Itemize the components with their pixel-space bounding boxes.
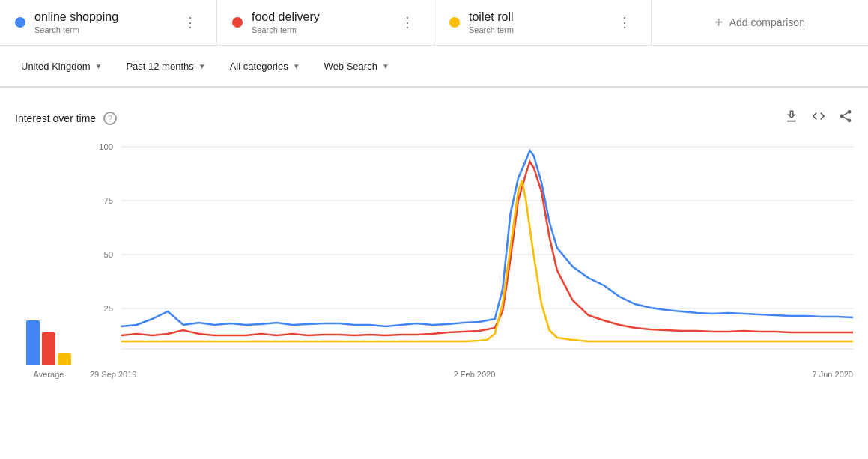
- red-line: [121, 162, 853, 335]
- region-filter[interactable]: United Kingdom ▼: [12, 55, 111, 78]
- food-delivery-name: food delivery: [252, 10, 396, 24]
- line-chart-area: 100 75 50 25 29 Sep 2019 2 Feb 2020 7 Ju…: [90, 139, 853, 379]
- food-delivery-dot: [232, 17, 243, 28]
- period-chevron: ▼: [198, 62, 206, 70]
- categories-chevron: ▼: [293, 62, 300, 70]
- search-type-filter[interactable]: Web Search ▼: [315, 55, 398, 78]
- toilet-roll-dot: [449, 17, 460, 28]
- line-chart-svg: 100 75 50 25: [90, 139, 853, 364]
- chart-section: Interest over time ? Average: [0, 94, 868, 386]
- chart-title-row: Interest over time ?: [15, 112, 117, 125]
- chart-wrapper: Average 100 75 50 25: [15, 139, 853, 379]
- plus-icon: +: [714, 14, 723, 31]
- avg-bar-yellow: [58, 353, 71, 365]
- categories-filter[interactable]: All categories ▼: [221, 55, 309, 78]
- search-term-toilet-roll: toilet roll Search term ⋮: [434, 0, 652, 45]
- add-comparison-btn[interactable]: + Add comparison: [652, 0, 868, 45]
- search-type-chevron: ▼: [382, 62, 389, 70]
- toilet-roll-text: toilet roll Search term: [469, 10, 613, 34]
- help-icon[interactable]: ?: [103, 112, 117, 125]
- avg-bars: [26, 306, 71, 365]
- share-btn[interactable]: [838, 109, 853, 127]
- x-label-sep: 29 Sep 2019: [90, 370, 136, 379]
- food-delivery-text: food delivery Search term: [252, 10, 396, 34]
- x-label-jun: 7 Jun 2020: [813, 370, 853, 379]
- avg-bar-red: [42, 332, 55, 365]
- search-term-food-delivery: food delivery Search term ⋮: [217, 0, 434, 45]
- period-filter[interactable]: Past 12 months ▼: [117, 55, 214, 78]
- online-shopping-text: online shopping Search term: [34, 10, 179, 34]
- chart-header: Interest over time ?: [15, 109, 853, 127]
- svg-text:50: 50: [103, 250, 113, 259]
- online-shopping-menu[interactable]: ⋮: [179, 11, 201, 34]
- download-btn[interactable]: [784, 109, 799, 127]
- search-terms-bar: online shopping Search term ⋮ food deliv…: [0, 0, 868, 46]
- add-comparison-label: Add comparison: [729, 16, 805, 28]
- region-label: United Kingdom: [21, 61, 91, 72]
- filter-bar: United Kingdom ▼ Past 12 months ▼ All ca…: [0, 46, 868, 88]
- x-label-feb: 2 Feb 2020: [454, 370, 496, 379]
- avg-bar-blue: [26, 320, 40, 365]
- food-delivery-label: Search term: [252, 25, 396, 34]
- svg-text:75: 75: [103, 196, 113, 205]
- embed-btn[interactable]: [811, 109, 826, 127]
- online-shopping-name: online shopping: [34, 10, 179, 24]
- toilet-roll-name: toilet roll: [469, 10, 613, 24]
- online-shopping-label: Search term: [34, 25, 179, 34]
- region-chevron: ▼: [95, 62, 103, 70]
- avg-label: Average: [34, 370, 64, 379]
- svg-text:100: 100: [99, 142, 113, 151]
- blue-line: [121, 151, 853, 326]
- svg-text:25: 25: [103, 304, 113, 313]
- categories-label: All categories: [230, 61, 288, 72]
- toilet-roll-menu[interactable]: ⋮: [613, 11, 636, 34]
- chart-title: Interest over time: [15, 112, 96, 124]
- x-axis-labels: 29 Sep 2019 2 Feb 2020 7 Jun 2020: [90, 367, 853, 379]
- period-label: Past 12 months: [126, 61, 193, 72]
- average-bar-section: Average: [15, 306, 82, 379]
- chart-actions: [784, 109, 853, 127]
- toilet-roll-label: Search term: [469, 25, 613, 34]
- food-delivery-menu[interactable]: ⋮: [396, 11, 419, 34]
- online-shopping-dot: [15, 17, 25, 28]
- search-type-label: Web Search: [324, 61, 377, 72]
- yellow-line: [121, 180, 853, 341]
- search-term-online-shopping: online shopping Search term ⋮: [0, 0, 217, 45]
